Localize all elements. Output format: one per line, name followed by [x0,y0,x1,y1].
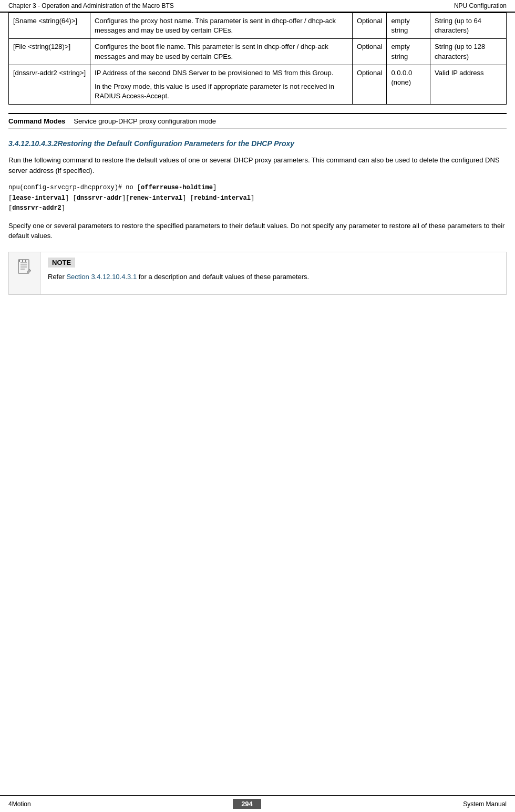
note-content: NOTE Refer Section 3.4.12.10.4.3.1 for a… [40,252,506,294]
note-text: Refer Section 3.4.12.10.4.3.1 for a desc… [48,272,499,282]
header-right: NPU Configuration [454,2,507,9]
command-modes-label: Command Modes [8,117,74,125]
body-paragraph-1: Run the following command to restore the… [8,155,507,176]
footer-left: 4Motion [8,800,31,808]
table-row: [File <string(128)>] Configures the boot… [9,39,507,65]
note-icon [9,252,40,294]
note-link[interactable]: Section 3.4.12.10.4.3.1 [66,273,137,281]
param-name: [File <string(128)>] [9,39,90,65]
code-line-2: [lease-interval] [dnssrvr-addr][renew-in… [8,193,507,203]
param-default: 0.0.0.0 (none) [387,65,430,105]
main-content: [Sname <string(64)>] Configures the prox… [0,13,515,326]
note-box: NOTE Refer Section 3.4.12.10.4.3.1 for a… [8,252,507,295]
body-paragraph-2: Specify one or several parameters to res… [8,221,507,241]
param-format: String (up to 64 characters) [430,13,507,39]
page-footer: 4Motion 294 System Manual [0,795,515,812]
param-presence: Optional [352,65,386,105]
note-text-before-link: Refer [48,273,66,281]
section-title: Restoring the Default Configuration Para… [57,139,294,148]
page-header: Chapter 3 - Operation and Administration… [0,0,515,13]
code-line-1: npu(config-srvcgrp-dhcpproxy)# no [offer… [8,183,507,193]
table-row: [dnssrvr-addr2 <string>] IP Address of t… [9,65,507,105]
parameter-table: [Sname <string(64)>] Configures the prox… [8,13,507,105]
param-description: Configures the proxy host name. This par… [90,13,353,39]
note-text-after-link: for a description and default values of … [137,273,309,281]
footer-center: 294 [233,799,261,809]
param-format: String (up to 128 characters) [430,39,507,65]
section-number: 3.4.12.10.4.3.2 [8,139,57,148]
param-name: [Sname <string(64)>] [9,13,90,39]
section-heading: 3.4.12.10.4.3.2Restoring the Default Con… [8,139,507,148]
param-description: Configures the boot file name. This para… [90,39,353,65]
param-default: empty string [387,39,430,65]
code-block: npu(config-srvcgrp-dhcpproxy)# no [offer… [8,183,507,213]
param-name: [dnssrvr-addr2 <string>] [9,65,90,105]
table-row: [Sname <string(64)>] Configures the prox… [9,13,507,39]
footer-right: System Manual [463,800,507,808]
param-default: empty string [387,13,430,39]
note-title: NOTE [48,258,75,268]
command-modes-section: Command Modes Service group-DHCP proxy c… [8,113,507,129]
command-modes-value: Service group-DHCP proxy configuration m… [74,117,216,125]
param-presence: Optional [352,39,386,65]
param-description: IP Address of the second DNS Server to b… [90,65,353,105]
notepad-icon [15,258,34,276]
param-format: Valid IP address [430,65,507,105]
param-presence: Optional [352,13,386,39]
code-line-3: [dnssrvr-addr2] [8,203,507,213]
header-left: Chapter 3 - Operation and Administration… [8,2,174,9]
